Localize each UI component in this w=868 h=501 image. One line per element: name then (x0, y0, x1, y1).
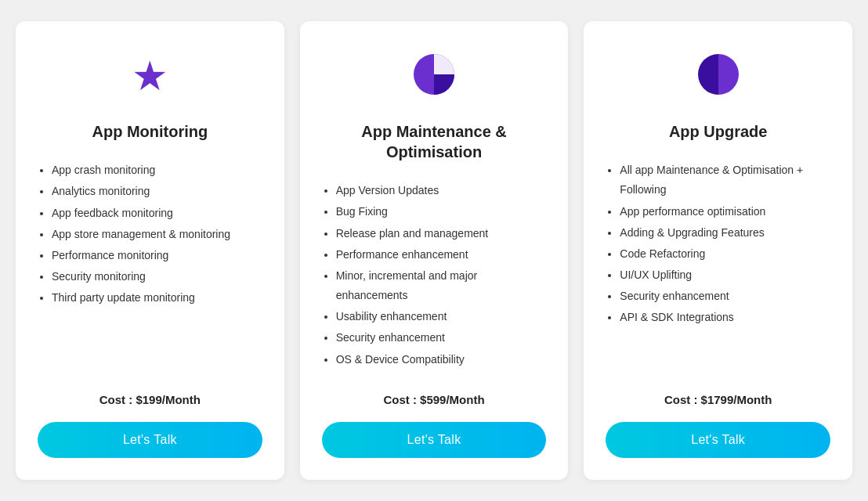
list-item: UI/UX Uplifting (620, 265, 830, 285)
list-item: Adding & Upgrading Features (620, 223, 830, 243)
app-monitoring-title: App Monitoring (92, 121, 208, 142)
app-upgrade-lets-talk-button[interactable]: Let's Talk (606, 422, 830, 458)
app-maintenance-lets-talk-button[interactable]: Let's Talk (322, 422, 547, 458)
list-item: Security enhancement (620, 287, 830, 306)
list-item: Code Refactoring (620, 244, 830, 264)
list-item: App crash monitoring (52, 160, 262, 180)
list-item: Performance monitoring (52, 246, 262, 265)
list-item: Security enhancement (336, 328, 547, 348)
app-upgrade-icon-wrapper (687, 45, 750, 107)
list-item: Usability enhancement (336, 307, 547, 326)
card-app-upgrade: App UpgradeAll app Maintenance & Optimis… (584, 21, 852, 480)
card-app-monitoring: ★App MonitoringApp crash monitoringAnaly… (16, 21, 284, 480)
app-maintenance-cost: Cost : $599/Month (383, 393, 484, 406)
list-item: Security monitoring (52, 267, 262, 287)
half-circle-icon (696, 52, 741, 100)
app-maintenance-icon-wrapper (403, 45, 465, 107)
list-item: App feedback monitoring (52, 204, 262, 223)
app-maintenance-title: App Maintenance & Optimisation (322, 121, 547, 162)
list-item: Minor, incremental and major enhancement… (336, 266, 547, 305)
star-icon: ★ (132, 56, 168, 96)
app-monitoring-cost: Cost : $199/Month (99, 393, 201, 406)
list-item: Analytics monitoring (52, 182, 262, 201)
list-item: API & SDK Integrations (620, 308, 830, 327)
app-upgrade-features-list: All app Maintenance & Optimisation + Fol… (606, 160, 830, 371)
app-upgrade-title: App Upgrade (669, 121, 768, 142)
list-item: All app Maintenance & Optimisation + Fol… (620, 160, 830, 200)
list-item: Performance enhancement (336, 245, 547, 265)
list-item: App store management & monitoring (52, 225, 262, 244)
list-item: Third party update monitoring (52, 288, 262, 308)
list-item: Release plan and management (336, 224, 547, 243)
pricing-cards: ★App MonitoringApp crash monitoringAnaly… (16, 21, 852, 480)
pie-chart-icon (411, 52, 457, 100)
app-monitoring-lets-talk-button[interactable]: Let's Talk (38, 422, 262, 458)
card-app-maintenance: App Maintenance & OptimisationApp Versio… (300, 21, 569, 480)
app-maintenance-features-list: App Version UpdatesBug FixingRelease pla… (322, 181, 547, 371)
list-item: App performance optimisation (620, 202, 830, 222)
app-upgrade-cost: Cost : $1799/Month (664, 393, 772, 406)
app-monitoring-icon-wrapper: ★ (118, 45, 181, 107)
list-item: Bug Fixing (336, 202, 547, 222)
list-item: App Version Updates (336, 181, 547, 200)
app-monitoring-features-list: App crash monitoringAnalytics monitoring… (38, 160, 262, 371)
list-item: OS & Device Compatibility (336, 350, 547, 369)
